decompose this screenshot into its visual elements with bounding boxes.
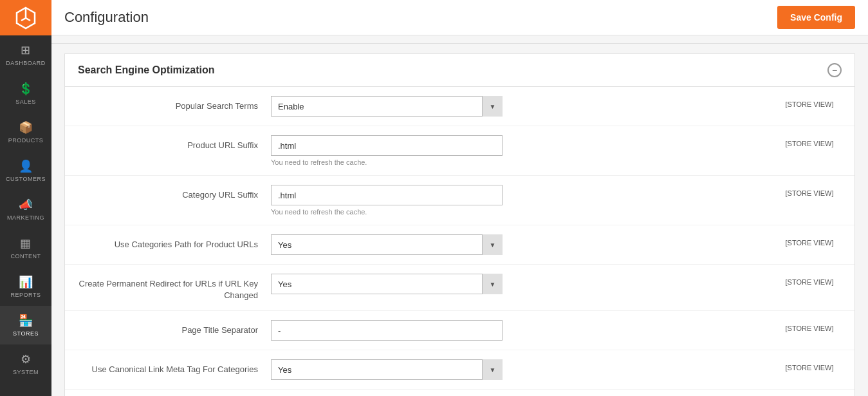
sidebar-item-sales[interactable]: 💲 SALES	[0, 74, 51, 113]
hint-product-url-suffix: You need to refresh the cache.	[271, 158, 764, 166]
select-use-categories-path[interactable]: YesNo	[271, 234, 503, 255]
label-category-url-suffix: Category URL Suffix	[78, 185, 258, 201]
customers-icon: 👤	[19, 159, 33, 173]
dashboard-icon: ⊞	[21, 43, 31, 57]
form-row-create-permanent-redirect: Create Permanent Redirect for URLs if UR…	[65, 265, 854, 311]
select-wrap-create-permanent-redirect: YesNo▼	[271, 274, 503, 294]
store-view-badge-page-title-separator: [STORE VIEW]	[777, 320, 842, 332]
sidebar-item-content[interactable]: ▦ CONTENT	[0, 229, 51, 267]
page-title: Configuration	[64, 9, 149, 26]
section-title: Search Engine Optimization	[78, 64, 214, 76]
sidebar-item-label: CONTENT	[11, 253, 41, 259]
breadcrumb-strip	[51, 35, 868, 44]
sidebar-item-stores[interactable]: 🏪 STORES	[0, 306, 51, 344]
control-wrap-page-title-separator	[271, 320, 764, 341]
stores-icon: 🏪	[19, 314, 33, 328]
label-use-categories-path: Use Categories Path for Product URLs	[78, 234, 258, 250]
main-content: Configuration Save Config Search Engine …	[51, 0, 868, 396]
sidebar-item-system[interactable]: ⚙ SYSTEM	[0, 344, 51, 383]
label-page-title-separator: Page Title Separator	[78, 320, 258, 336]
label-popular-search-terms: Popular Search Terms	[78, 96, 258, 112]
sidebar-item-label: REPORTS	[11, 292, 41, 298]
system-icon: ⚙	[21, 352, 32, 366]
header: Configuration Save Config	[51, 0, 868, 35]
store-view-badge-use-categories-path: [STORE VIEW]	[777, 234, 842, 247]
input-category-url-suffix[interactable]	[271, 185, 503, 205]
section-toggle-button[interactable]: −	[827, 63, 842, 77]
control-wrap-create-permanent-redirect: YesNo▼	[271, 274, 764, 294]
reports-icon: 📊	[19, 275, 33, 289]
store-view-badge-canonical-link-categories: [STORE VIEW]	[777, 359, 842, 372]
form-body: Popular Search TermsEnableDisable▼[STORE…	[65, 87, 854, 396]
sidebar-item-label: DASHBOARD	[6, 60, 46, 66]
control-wrap-category-url-suffix: You need to refresh the cache.	[271, 185, 764, 216]
sidebar-item-marketing[interactable]: 📣 MARKETING	[0, 190, 51, 229]
select-wrap-canonical-link-categories: YesNo▼	[271, 359, 503, 380]
select-wrap-use-categories-path: YesNo▼	[271, 234, 503, 255]
marketing-icon: 📣	[19, 198, 33, 212]
form-row-canonical-link-categories: Use Canonical Link Meta Tag For Categori…	[65, 350, 854, 390]
magento-logo	[0, 0, 51, 35]
save-config-button[interactable]: Save Config	[777, 6, 855, 29]
form-row-page-title-separator: Page Title Separator[STORE VIEW]	[65, 311, 854, 350]
store-view-badge-create-permanent-redirect: [STORE VIEW]	[777, 274, 842, 286]
control-wrap-product-url-suffix: You need to refresh the cache.	[271, 135, 764, 166]
store-view-badge-product-url-suffix: [STORE VIEW]	[777, 135, 842, 147]
sidebar-item-label: SALES	[15, 99, 36, 105]
sales-icon: 💲	[19, 82, 33, 96]
hint-category-url-suffix: You need to refresh the cache.	[271, 208, 764, 216]
form-row-popular-search-terms: Popular Search TermsEnableDisable▼[STORE…	[65, 87, 854, 126]
content-icon: ▦	[20, 236, 32, 250]
sidebar-item-label: MARKETING	[7, 214, 44, 221]
products-icon: 📦	[19, 120, 33, 135]
control-wrap-canonical-link-categories: YesNo▼	[271, 359, 764, 380]
form-row-use-categories-path: Use Categories Path for Product URLsYesN…	[65, 225, 854, 265]
sidebar-item-label: SYSTEM	[13, 369, 39, 375]
section-header[interactable]: Search Engine Optimization −	[65, 54, 854, 87]
form-row-canonical-link-products: Use Canonical Link Meta Tag For Products…	[65, 390, 854, 396]
store-view-badge-category-url-suffix: [STORE VIEW]	[777, 185, 842, 197]
sidebar-item-label: PRODUCTS	[8, 137, 44, 144]
label-product-url-suffix: Product URL Suffix	[78, 135, 258, 151]
control-wrap-popular-search-terms: EnableDisable▼	[271, 96, 764, 117]
content-area: Search Engine Optimization − Popular Sea…	[51, 35, 868, 396]
sidebar-item-label: CUSTOMERS	[6, 176, 46, 182]
label-create-permanent-redirect: Create Permanent Redirect for URLs if UR…	[78, 274, 258, 301]
select-popular-search-terms[interactable]: EnableDisable	[271, 96, 503, 117]
sidebar-item-dashboard[interactable]: ⊞ DASHBOARD	[0, 35, 51, 74]
select-create-permanent-redirect[interactable]: YesNo	[271, 274, 503, 294]
sidebar-item-products[interactable]: 📦 PRODUCTS	[0, 113, 51, 151]
select-wrap-popular-search-terms: EnableDisable▼	[271, 96, 503, 117]
select-canonical-link-categories[interactable]: YesNo	[271, 359, 503, 380]
form-row-category-url-suffix: Category URL SuffixYou need to refresh t…	[65, 176, 854, 225]
label-canonical-link-categories: Use Canonical Link Meta Tag For Categori…	[78, 359, 258, 375]
store-view-badge-popular-search-terms: [STORE VIEW]	[777, 96, 842, 108]
control-wrap-use-categories-path: YesNo▼	[271, 234, 764, 255]
seo-section: Search Engine Optimization − Popular Sea…	[64, 53, 855, 396]
form-row-product-url-suffix: Product URL SuffixYou need to refresh th…	[65, 126, 854, 176]
sidebar-item-label: STORES	[13, 330, 39, 337]
sidebar: ⊞ DASHBOARD 💲 SALES 📦 PRODUCTS 👤 CUSTOME…	[0, 0, 51, 396]
input-page-title-separator[interactable]	[271, 320, 503, 341]
sidebar-item-reports[interactable]: 📊 REPORTS	[0, 267, 51, 306]
input-product-url-suffix[interactable]	[271, 135, 503, 156]
sidebar-item-customers[interactable]: 👤 CUSTOMERS	[0, 151, 51, 190]
